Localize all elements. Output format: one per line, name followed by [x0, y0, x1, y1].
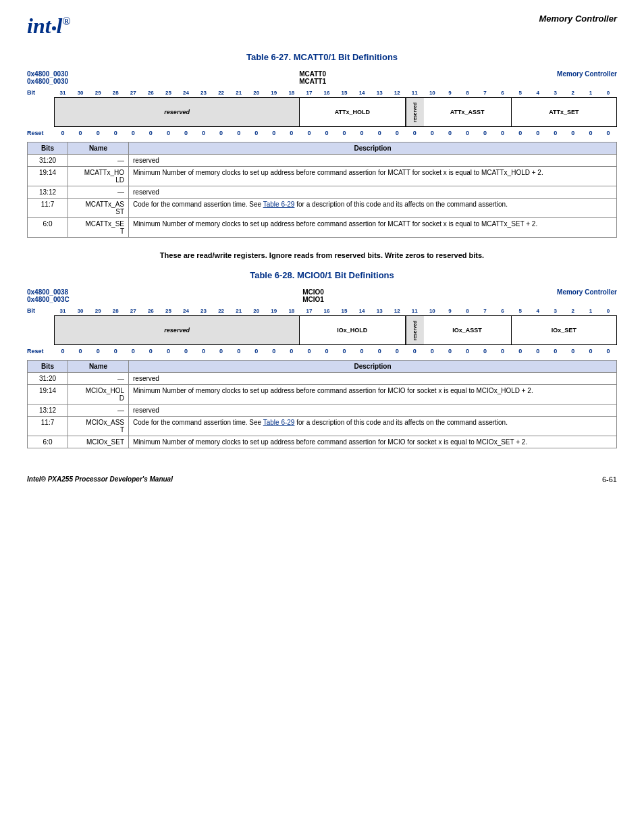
intel-logo: intl®: [27, 14, 70, 38]
table-27-title: Table 6-27. MCATT0/1 Bit Definitions: [27, 52, 617, 62]
field-iox-asst: IOx_ASST: [423, 316, 511, 344]
reset-value: 0: [423, 130, 441, 136]
field-reserved-2: reserved: [406, 98, 424, 126]
table-27-desc: Bits Name Description 31:20—reserved19:1…: [27, 142, 617, 238]
reset-value: 0: [283, 130, 300, 136]
table-28-section: Table 6-28. MCIO0/1 Bit Definitions 0x48…: [27, 270, 617, 448]
desc-cell: reserved: [129, 405, 617, 417]
bit-label-28: Bit: [27, 307, 54, 314]
bits-cell: 19:14: [28, 385, 68, 405]
reset-value: 0: [54, 348, 72, 355]
table-27-reset-row: Reset 00000000000000000000000000000000: [27, 130, 617, 136]
field-iox-hold: IOx_HOLD: [300, 316, 405, 344]
table-row: 6:0MCIOx_SETMinimum Number of memory clo…: [28, 436, 617, 448]
col-name: Name: [68, 142, 129, 155]
bit-number: 26: [142, 90, 159, 96]
bit-number: 7: [477, 308, 494, 314]
reset-value: 0: [512, 348, 529, 355]
table-row: 31:20—reserved: [28, 373, 617, 385]
read-write-note: These are read/write registers. Ignore r…: [27, 251, 617, 259]
bits-cell: 31:20: [28, 155, 68, 167]
table-28-diagram-row: reserved IOx_HOLD reserved IOx_ASST IOx_…: [27, 315, 617, 346]
reset-value: 0: [406, 130, 423, 136]
reset-value: 0: [512, 130, 529, 136]
bit-number: 27: [124, 308, 142, 314]
bit-number: 29: [89, 90, 107, 96]
reset-value: 0: [159, 130, 177, 136]
bit-number: 9: [441, 90, 458, 96]
reset-value: 0: [213, 130, 230, 136]
bit-number: 13: [371, 308, 388, 314]
bits-cell: 13:12: [28, 405, 68, 417]
reset-value: 0: [423, 348, 441, 355]
bit-number: 22: [213, 90, 230, 96]
table-27-bit-numbers: 3130292827262524232221201918171615141312…: [54, 90, 617, 96]
reset-value: 0: [300, 130, 318, 136]
table-28-reset-row: Reset 00000000000000000000000000000000: [27, 348, 617, 355]
bit-number: 2: [564, 308, 582, 314]
reset-value: 0: [388, 130, 406, 136]
table-28-addr: 0x4800_0038 0x4800_003C: [27, 288, 70, 303]
table-row: 31:20—reserved: [28, 155, 617, 167]
col-bits-28: Bits: [28, 361, 68, 373]
reset-value: 0: [529, 348, 547, 355]
reset-value: 0: [89, 348, 107, 355]
reset-value: 0: [599, 130, 617, 136]
bit-number: 20: [248, 308, 265, 314]
bit-number: 23: [195, 90, 213, 96]
bits-cell: 11:7: [28, 417, 68, 436]
bit-number: 8: [458, 90, 476, 96]
table-link[interactable]: Table 6-29: [263, 201, 295, 208]
table-27-bit-row: Bit 313029282726252423222120191817161514…: [27, 89, 617, 96]
bit-number: 10: [423, 308, 441, 314]
table-28-reset-values: 00000000000000000000000000000000: [54, 348, 617, 355]
bit-number: 18: [283, 90, 300, 96]
reset-value: 0: [353, 130, 371, 136]
reset-value: 0: [159, 348, 177, 355]
bit-number: 30: [72, 308, 89, 314]
bit-number: 28: [107, 90, 124, 96]
reset-value: 0: [213, 348, 230, 355]
reset-value: 0: [564, 348, 582, 355]
reset-value: 0: [318, 348, 336, 355]
bit-number: 29: [89, 308, 107, 314]
table-row: 19:14MCATTx_HO LDMinimum Number of memor…: [28, 167, 617, 186]
reset-value: 0: [458, 130, 476, 136]
name-cell: MCATTx_HO LD: [68, 167, 129, 186]
bit-number: 14: [353, 90, 371, 96]
table-27-register-diagram: reserved ATTx_HOLD reserved ATTx_ASST AT…: [54, 97, 617, 127]
table-27-section: Table 6-27. MCATT0/1 Bit Definitions 0x4…: [27, 52, 617, 238]
reset-value: 0: [248, 348, 265, 355]
table-row: 13:12—reserved: [28, 405, 617, 417]
bit-number: 7: [477, 90, 494, 96]
table-28-controller: Memory Controller: [557, 288, 617, 296]
bit-number: 16: [318, 308, 336, 314]
bit-number: 6: [494, 90, 512, 96]
table-row: 6:0MCATTx_SE TMinimum Number of memory c…: [28, 218, 617, 238]
bit-number: 31: [54, 308, 72, 314]
reset-value: 0: [564, 130, 582, 136]
footer-page-number: 6-61: [602, 475, 617, 484]
desc-cell: Minimum Number of memory clocks to set u…: [129, 218, 617, 238]
bit-number: 14: [353, 308, 371, 314]
desc-cell: reserved: [129, 155, 617, 167]
bit-number: 25: [159, 308, 177, 314]
desc-cell: Minimum Number of memory clocks to set u…: [129, 436, 617, 448]
bit-number: 25: [159, 90, 177, 96]
bit-number: 19: [265, 308, 283, 314]
col-bits: Bits: [28, 142, 68, 155]
table-28-title: Table 6-28. MCIO0/1 Bit Definitions: [27, 270, 617, 280]
name-cell: MCIOx_SET: [68, 436, 129, 448]
reset-value: 0: [318, 130, 336, 136]
bits-cell: 11:7: [28, 199, 68, 218]
bit-number: 21: [230, 90, 248, 96]
table-27-regname: MCATT0 MCATT1: [299, 70, 326, 85]
page-footer: Intel® PXA255 Processor Developer's Manu…: [27, 475, 617, 484]
name-cell: MCIOx_HOL D: [68, 385, 129, 405]
table-27-diagram-row: reserved ATTx_HOLD reserved ATTx_ASST AT…: [27, 97, 617, 128]
table-28-header-row: Bits Name Description: [28, 361, 617, 373]
reset-value: 0: [195, 130, 213, 136]
bits-cell: 6:0: [28, 436, 68, 448]
desc-cell: reserved: [129, 373, 617, 385]
table-link[interactable]: Table 6-29: [263, 419, 295, 426]
